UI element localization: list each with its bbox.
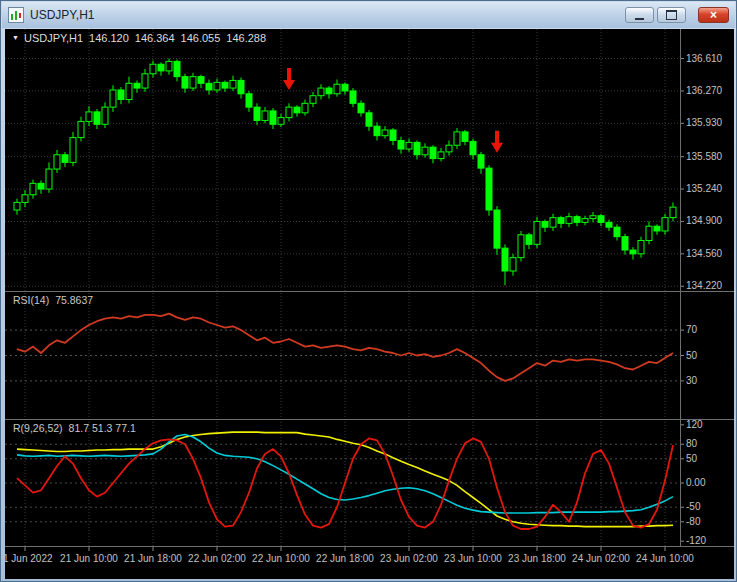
panel-splitter[interactable] bbox=[5, 291, 734, 292]
axis-ticks bbox=[25, 59, 684, 551]
price-tick-label: 136.270 bbox=[686, 85, 722, 96]
oscillator-name: R(9,26,52) bbox=[13, 422, 63, 434]
oscillator-tick-label: 0.00 bbox=[686, 477, 705, 488]
chart-client-area: ▼USDJPY,H1146.120146.364146.055146.288 R… bbox=[5, 29, 734, 579]
time-tick-label: 24 Jun 02:00 bbox=[572, 553, 630, 564]
rsi-name: RSI(14) bbox=[13, 294, 49, 306]
rsi-value: 75.8637 bbox=[55, 294, 93, 306]
time-tick-label: 22 Jun 10:00 bbox=[252, 553, 310, 564]
high-value: 146.364 bbox=[135, 32, 175, 44]
minimize-button[interactable] bbox=[625, 7, 654, 23]
chevron-down-icon[interactable]: ▼ bbox=[12, 34, 19, 41]
symbol-label: USDJPY,H1 bbox=[24, 32, 83, 44]
time-tick-label: 21 Jun 10:00 bbox=[60, 553, 118, 564]
close-icon: × bbox=[710, 9, 717, 21]
oscillator-tick-label: 120 bbox=[686, 419, 703, 430]
close-value: 146.288 bbox=[226, 32, 266, 44]
price-tick-label: 134.560 bbox=[686, 248, 722, 259]
time-tick-label: 24 Jun 10:00 bbox=[636, 553, 694, 564]
open-value: 146.120 bbox=[89, 32, 129, 44]
oscillator-tick-label: -80 bbox=[686, 516, 700, 527]
time-tick-label: 22 Jun 18:00 bbox=[316, 553, 374, 564]
chart-window: USDJPY,H1 × ▼USDJPY,H1146.120146.364146.… bbox=[0, 0, 737, 582]
sell-arrow-icon[interactable] bbox=[283, 68, 295, 90]
chart-canvas[interactable] bbox=[5, 29, 734, 579]
rsi-tick-label: 50 bbox=[686, 350, 697, 361]
oscillator-tick-label: 50 bbox=[686, 453, 697, 464]
time-tick-label: 21 Jun 2022 bbox=[5, 553, 53, 564]
time-tick-label: 23 Jun 02:00 bbox=[380, 553, 438, 564]
time-tick-label: 21 Jun 18:00 bbox=[124, 553, 182, 564]
time-tick-label: 23 Jun 18:00 bbox=[508, 553, 566, 564]
rsi-tick-label: 70 bbox=[686, 324, 697, 335]
panel-splitter[interactable] bbox=[5, 419, 734, 420]
oscillator-tick-label: -50 bbox=[686, 501, 700, 512]
sell-arrow-icon[interactable] bbox=[491, 131, 503, 153]
price-tick-label: 136.610 bbox=[686, 53, 722, 64]
price-axis[interactable]: 136.610136.270135.930135.580135.240134.9… bbox=[680, 29, 734, 579]
oscillator-values: 81.7 51.3 77.1 bbox=[69, 422, 136, 434]
time-tick-label: 23 Jun 10:00 bbox=[444, 553, 502, 564]
maximize-button[interactable] bbox=[657, 7, 686, 23]
rsi-tick-label: 30 bbox=[686, 375, 697, 386]
window-title: USDJPY,H1 bbox=[30, 8, 625, 22]
oscillator-indicator-label: R(9,26,52)81.7 51.3 77.1 bbox=[13, 422, 142, 434]
grid-layer bbox=[5, 29, 680, 546]
price-tick-label: 134.220 bbox=[686, 280, 722, 291]
window-icon bbox=[8, 7, 24, 23]
close-button[interactable]: × bbox=[698, 7, 729, 23]
price-tick-label: 135.240 bbox=[686, 183, 722, 194]
time-tick-label: 22 Jun 02:00 bbox=[188, 553, 246, 564]
oscillator-tick-label: -120 bbox=[686, 535, 706, 546]
low-value: 146.055 bbox=[181, 32, 221, 44]
window-titlebar[interactable]: USDJPY,H1 × bbox=[2, 2, 735, 28]
minimize-icon bbox=[635, 15, 644, 20]
price-tick-label: 134.900 bbox=[686, 215, 722, 226]
price-tick-label: 135.930 bbox=[686, 117, 722, 128]
time-axis[interactable]: 21 Jun 202221 Jun 10:0021 Jun 18:0022 Ju… bbox=[5, 547, 734, 579]
price-tick-label: 135.580 bbox=[686, 151, 722, 162]
rsi-indicator-label: RSI(14)75.8637 bbox=[13, 294, 99, 306]
maximize-icon bbox=[666, 10, 677, 20]
ohlc-header: ▼USDJPY,H1146.120146.364146.055146.288 bbox=[12, 32, 272, 44]
oscillator-tick-label: 80 bbox=[686, 438, 697, 449]
